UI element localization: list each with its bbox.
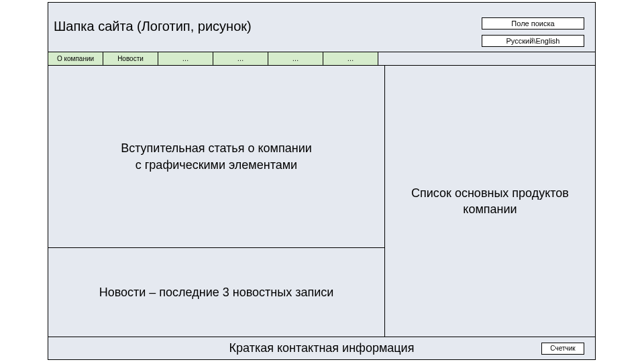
language-switch[interactable]: Русский\English: [482, 35, 584, 47]
nav-item-news[interactable]: Новости: [103, 52, 158, 65]
main-nav: О компании Новости … … … …: [48, 52, 595, 66]
nav-item-5[interactable]: …: [323, 52, 378, 65]
intro-article: Вступительная статья о компаниис графиче…: [48, 66, 385, 248]
body-row: Вступительная статья о компаниис графиче…: [48, 66, 595, 337]
nav-item-2[interactable]: …: [158, 52, 213, 65]
nav-item-3[interactable]: …: [213, 52, 268, 65]
news-block: Новости – последние 3 новостных записи: [48, 248, 385, 337]
search-field[interactable]: Поле поиска: [482, 17, 584, 29]
site-header: Шапка сайта (Логотип, рисунок) Поле поис…: [48, 3, 595, 52]
footer-contact: Краткая контактная информация: [229, 341, 415, 355]
footer: Краткая контактная информация Счетчик: [48, 337, 595, 359]
nav-item-4[interactable]: …: [268, 52, 323, 65]
products-list: Список основных продуктов компании: [385, 66, 595, 337]
left-column: Вступительная статья о компаниис графиче…: [48, 66, 385, 337]
page-frame: Шапка сайта (Логотип, рисунок) Поле поис…: [48, 2, 596, 360]
header-controls: Поле поиска Русский\English: [482, 17, 584, 47]
header-title: Шапка сайта (Логотип, рисунок): [54, 19, 252, 34]
counter-widget[interactable]: Счетчик: [541, 343, 584, 355]
nav-item-about[interactable]: О компании: [48, 52, 103, 65]
